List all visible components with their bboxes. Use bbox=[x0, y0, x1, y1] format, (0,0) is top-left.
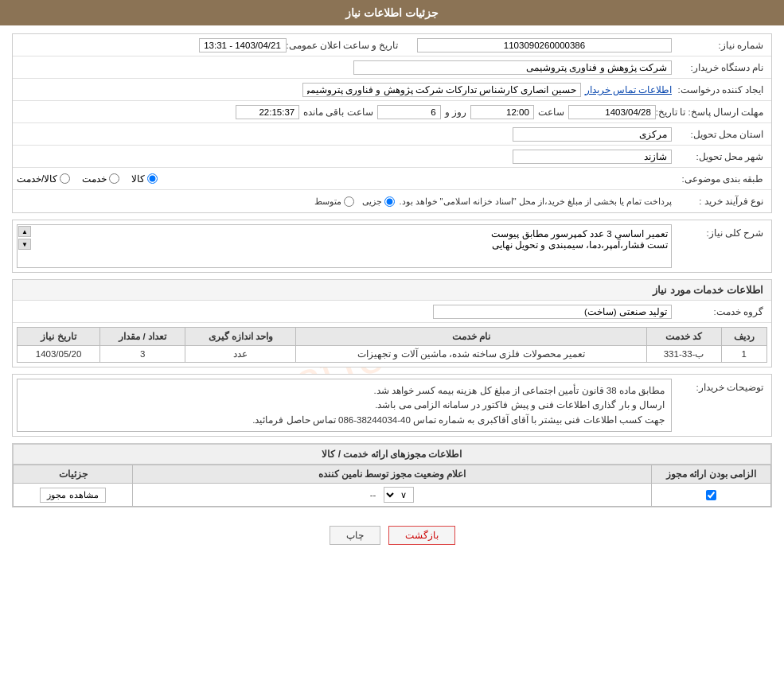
category-khedmat-radio[interactable] bbox=[109, 173, 119, 184]
announce-input[interactable] bbox=[199, 38, 287, 52]
category-kala-label: کالا bbox=[131, 173, 145, 185]
row-description: شرح کلی نیاز: ▲ ▼ تعمیر اساسی 3 عدد کمپر… bbox=[13, 220, 771, 272]
send-date-label: مهلت ارسال پاسخ: تا تاریخ: bbox=[656, 107, 767, 118]
category-radio-group: کالا/خدمت خدمت کالا bbox=[17, 173, 672, 185]
cell-code: ب-33-331 bbox=[646, 346, 721, 363]
announce-label: تاریخ و ساعت اعلان عمومی: bbox=[287, 40, 403, 51]
cell-unit: عدد bbox=[185, 346, 296, 363]
permits-required-cell bbox=[652, 484, 771, 507]
col-name: نام خدمت bbox=[296, 328, 646, 346]
send-time-label: ساعت bbox=[538, 107, 564, 118]
buyer-org-input[interactable] bbox=[353, 60, 672, 75]
description-box: تعمیر اساسی 3 عدد کمپرسور مطابق پیوست تس… bbox=[17, 224, 672, 268]
service-group-input[interactable] bbox=[433, 305, 672, 319]
back-button[interactable]: بازگشت bbox=[388, 526, 455, 545]
row-purchase-type: نوع فرآیند خرید : پرداخت تمام یا بخشی از… bbox=[13, 190, 771, 212]
purchase-type-value-cell: پرداخت تمام یا بخشی از مبلغ خرید،از محل … bbox=[17, 196, 672, 207]
buyer-notes-section: توضیحات خریدار: مطابق ماده 38 قانون تأمی… bbox=[12, 374, 772, 437]
permits-section-title: اطلاعات مجوزهای ارائه خدمت / کالا bbox=[13, 444, 771, 465]
row-creator: ایجاد کننده درخواست: اطلاعات تماس خریدار bbox=[13, 79, 771, 101]
permits-table: الزامی بودن ارائه مجوز اعلام وضعیت مجوز … bbox=[13, 465, 771, 507]
services-section-title: اطلاعات خدمات مورد نیاز bbox=[13, 280, 771, 301]
buyer-note-line1: مطابق ماده 38 قانون تأمین اجتماعی از مبل… bbox=[24, 383, 665, 398]
row-send-date: مهلت ارسال پاسخ: تا تاریخ: ساعت روز و سا… bbox=[13, 101, 771, 123]
announce-value-cell bbox=[17, 38, 287, 52]
purchase-type-jozyi-radio[interactable] bbox=[384, 196, 395, 207]
category-kala-radio[interactable] bbox=[147, 173, 158, 184]
services-section: اطلاعات خدمات مورد نیاز گروه خدمت: ردیف … bbox=[12, 279, 772, 367]
permits-status-select[interactable]: ∨ bbox=[384, 487, 414, 503]
purchase-type-mutawasit[interactable]: متوسط bbox=[314, 196, 354, 207]
category-option-khedmat[interactable]: خدمت bbox=[82, 173, 119, 185]
need-number-value-cell bbox=[402, 38, 672, 52]
description-line1: تعمیر اساسی 3 عدد کمپرسور مطابق پیوست bbox=[35, 228, 668, 239]
purchase-type-jozyi[interactable]: جزیی bbox=[362, 196, 395, 207]
page-header: جزئیات اطلاعات نیاز bbox=[0, 0, 784, 25]
view-permit-button[interactable]: مشاهده مجوز bbox=[40, 488, 105, 503]
col-code: کد خدمت bbox=[646, 328, 721, 346]
permits-details-cell: مشاهده مجوز bbox=[14, 484, 133, 507]
permits-section: اطلاعات مجوزهای ارائه خدمت / کالا الزامی… bbox=[12, 443, 772, 507]
description-section: شرح کلی نیاز: ▲ ▼ تعمیر اساسی 3 عدد کمپر… bbox=[12, 220, 772, 273]
row-city: شهر محل تحویل: bbox=[13, 146, 771, 168]
category-kala-khedmat-label: کالا/خدمت bbox=[17, 173, 57, 185]
category-option-kala-khedmat[interactable]: کالا/خدمت bbox=[17, 173, 70, 185]
province-value-cell bbox=[17, 127, 672, 142]
need-number-label: شماره نیاز: bbox=[672, 40, 767, 51]
province-label: استان محل تحویل: bbox=[672, 129, 767, 140]
send-day-input[interactable] bbox=[377, 105, 441, 119]
purchase-type-mutawasit-label: متوسط bbox=[314, 196, 341, 207]
permits-col-details: جزئیات bbox=[14, 465, 133, 484]
remaining-input[interactable] bbox=[236, 105, 299, 119]
purchase-type-label: نوع فرآیند خرید : bbox=[672, 196, 767, 207]
buyer-org-label: نام دستگاه خریدار: bbox=[672, 62, 767, 73]
table-row: 1 ب-33-331 تعمیر محصولات فلزی ساخته شده،… bbox=[18, 346, 767, 363]
permits-status-container: ∨ -- bbox=[138, 487, 646, 503]
purchase-type-mutawasit-radio[interactable] bbox=[344, 196, 354, 207]
send-date-value-cell: ساعت روز و ساعت باقی مانده bbox=[17, 105, 656, 119]
permits-status-cell: ∨ -- bbox=[133, 484, 652, 507]
buyer-org-value-cell bbox=[17, 60, 672, 75]
col-row: ردیف bbox=[721, 328, 767, 346]
page-container: AnatTender.net جزئیات اطلاعات نیاز شماره… bbox=[0, 0, 784, 696]
row-category: طبقه بندی موضوعی: کالا/خدمت خدمت کالا bbox=[13, 168, 771, 190]
cell-row: 1 bbox=[721, 346, 767, 363]
buyer-notes-box: مطابق ماده 38 قانون تأمین اجتماعی از مبل… bbox=[17, 379, 672, 432]
send-time-input[interactable] bbox=[470, 105, 534, 119]
permits-status-value: -- bbox=[370, 490, 376, 500]
city-label: شهر محل تحویل: bbox=[672, 151, 767, 162]
print-button[interactable]: چاپ bbox=[330, 526, 380, 545]
row-need-number: شماره نیاز: تاریخ و ساعت اعلان عمومی: bbox=[13, 34, 771, 56]
row-province: استان محل تحویل: bbox=[13, 123, 771, 146]
category-kala-khedmat-radio[interactable] bbox=[60, 173, 70, 184]
service-group-label: گروه خدمت: bbox=[672, 306, 767, 317]
purchase-type-jozyi-label: جزیی bbox=[362, 196, 382, 207]
description-label: شرح کلی نیاز: bbox=[672, 224, 767, 239]
permits-col-required: الزامی بودن ارائه مجوز bbox=[652, 465, 771, 484]
main-info-section: شماره نیاز: تاریخ و ساعت اعلان عمومی: نا… bbox=[12, 33, 772, 213]
province-input[interactable] bbox=[513, 127, 672, 142]
description-line2: تست فشار،آمپر،دما، سیمبندی و تحویل نهایی bbox=[35, 239, 668, 251]
creator-input[interactable] bbox=[302, 83, 581, 97]
remaining-label: ساعت باقی مانده bbox=[303, 107, 372, 118]
services-table: ردیف کد خدمت نام خدمت واحد اندازه گیری ت… bbox=[17, 327, 767, 363]
category-label: طبقه بندی موضوعی: bbox=[672, 173, 767, 185]
need-number-input[interactable] bbox=[417, 38, 672, 52]
creator-contact-link[interactable]: اطلاعات تماس خریدار bbox=[585, 84, 672, 95]
description-container: ▲ ▼ تعمیر اساسی 3 عدد کمپرسور مطابق پیوس… bbox=[17, 224, 672, 268]
service-group-value-cell bbox=[17, 305, 672, 319]
city-input[interactable] bbox=[513, 150, 672, 164]
col-date: تاریخ نیاز bbox=[18, 328, 100, 346]
services-table-container: ردیف کد خدمت نام خدمت واحد اندازه گیری ت… bbox=[13, 323, 771, 367]
permits-checkbox-container bbox=[657, 490, 766, 500]
category-option-kala[interactable]: کالا bbox=[131, 173, 158, 185]
permits-required-checkbox[interactable] bbox=[706, 490, 716, 500]
cell-qty: 3 bbox=[100, 346, 185, 363]
buyer-note-line3: جهت کسب اطلاعات فنی بیشتر با آقای آقاکبر… bbox=[24, 413, 665, 427]
permits-col-status: اعلام وضعیت مجوز توسط نامین کننده bbox=[133, 465, 652, 484]
permits-row: ∨ -- مشاهده مجوز bbox=[14, 484, 771, 507]
col-qty: تعداد / مقدار bbox=[100, 328, 185, 346]
page-title: جزئیات اطلاعات نیاز bbox=[345, 6, 439, 19]
send-date-input[interactable] bbox=[568, 105, 656, 119]
category-khedmat-label: خدمت bbox=[82, 173, 107, 185]
